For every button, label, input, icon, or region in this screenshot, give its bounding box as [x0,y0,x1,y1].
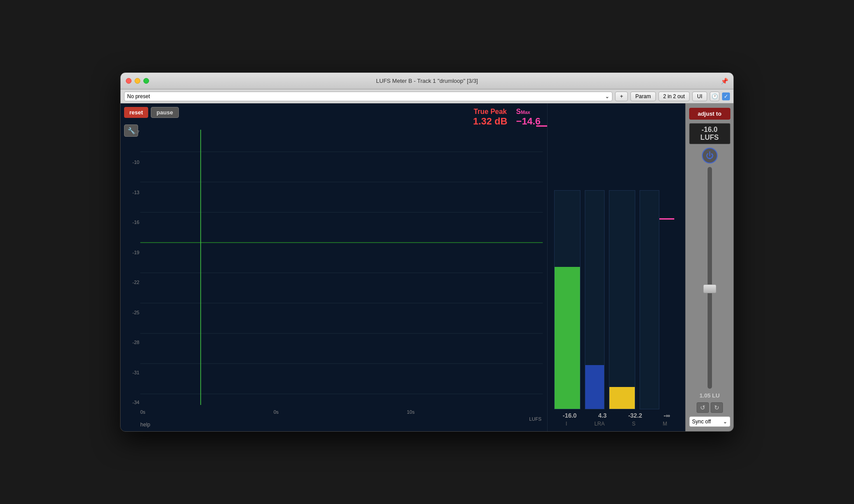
undo-button[interactable]: ↺ [697,402,709,413]
pin-icon[interactable]: 📌 [721,78,728,85]
y-label-16: -16 [122,220,139,225]
ui-button[interactable]: UI [692,92,707,101]
title-bar: LUFS Meter B - Track 1 "drumloop" [3/3] … [121,73,733,89]
plugin-window: LUFS Meter B - Track 1 "drumloop" [3/3] … [120,72,734,432]
i-value: -16.0 [563,412,577,419]
enable-checkbox[interactable]: ✓ [722,92,730,100]
lufs-target-display: -16.0 LUFS [689,123,730,144]
reset-button[interactable]: reset [124,107,148,118]
s-label: S [632,421,635,427]
help-text[interactable]: help [140,422,150,428]
adjust-to-button[interactable]: adjust to [689,108,730,120]
true-peak-label: True Peak [473,108,507,116]
power-icon: ⏻ [706,151,714,160]
y-label-10: -10 [122,160,139,165]
traffic-lights [126,78,149,84]
io-button[interactable]: 2 in 2 out [658,92,690,101]
i-meter-fill [555,267,580,409]
meter-labels: I LRA S M [548,421,685,427]
lra-meter-bar [585,190,605,409]
x-label-0s-mid: 0s [274,409,279,415]
graph-grid [140,130,543,405]
meter-bars-area [548,103,685,431]
s-meter-bar [609,190,635,409]
smax-label: S [516,108,521,116]
y-label-28: -28 [122,340,139,345]
m-value: -∞ [664,412,670,419]
s-meter-col [609,190,635,409]
window-title: LUFS Meter B - Track 1 "drumloop" [3/3] [376,78,478,84]
i-label: I [566,421,567,427]
param-button[interactable]: Param [630,92,655,101]
gain-slider-thumb[interactable] [703,284,716,293]
add-button[interactable]: + [615,92,628,101]
minimize-button[interactable] [135,78,140,84]
lra-meter-fill [585,365,604,409]
chevron-icon: ⌄ [605,93,609,99]
y-label-25: -25 [122,310,139,315]
y-label-34: -34 [122,400,139,405]
x-label-0s-left: 0s [140,409,146,415]
right-panel: adjust to -16.0 LUFS ⏻ 1.05 LU ↺ ↻ Sy [685,103,733,431]
m-label: M [663,421,667,427]
i-meter-col [554,190,580,409]
x-label-10s: 10s [407,409,415,415]
y-label-13: -13 [122,190,139,195]
m-meter-col [640,190,659,409]
slider-track [708,167,712,389]
controls-top: reset pause [124,107,179,118]
main-content: reset pause 🔧 True Peak 1.32 dB S Max −1… [121,103,733,431]
true-peak-value: 1.32 dB [473,116,507,127]
gain-slider-area [689,167,730,389]
peak-display: True Peak 1.32 dB S Max −14.6 [473,108,541,127]
close-button[interactable] [126,78,132,84]
sync-dropdown[interactable]: Sync off ⌄ [689,416,730,427]
s-value: -32.2 [628,412,642,419]
smax-sub: Max [521,110,530,115]
y-label-19: -19 [122,250,139,255]
i-meter-bar [554,190,580,409]
clock-icon[interactable]: 🕐 [710,92,719,101]
x-axis-labels: 0s 0s 10s [140,409,543,415]
sync-chevron-icon: ⌄ [723,419,727,425]
lu-value: 1.05 LU [699,392,719,399]
maximize-button[interactable] [143,78,149,84]
lra-meter-col [585,190,605,409]
y-label-31: -31 [122,370,139,375]
s-meter-fill [609,387,635,409]
sync-label: Sync off [692,419,711,425]
lufs-axis-label: LUFS [529,416,541,422]
preset-dropdown[interactable]: No preset ⌄ [124,92,612,101]
y-label-22: -22 [122,280,139,285]
undo-icon: ↺ [700,404,705,411]
undo-redo-group: ↺ ↻ [697,402,723,413]
y-axis-labels: -7 -10 -13 -16 -19 -22 -25 -28 -31 -34 [121,130,140,405]
m-meter-bar [640,190,659,409]
toolbar: No preset ⌄ + Param 2 in 2 out UI 🕐 ✓ [121,89,733,103]
lra-label: LRA [594,421,605,427]
meter-section: -16.0 4.3 -32.2 -∞ I LRA S M [547,103,685,431]
preset-value: No preset [127,93,150,99]
y-label-7: -7 [122,130,139,135]
power-button[interactable]: ⏻ [702,148,718,163]
redo-button[interactable]: ↻ [711,402,723,413]
meter-values: -16.0 4.3 -32.2 -∞ [548,412,685,419]
redo-icon: ↻ [714,404,719,411]
pause-button[interactable]: pause [151,107,179,118]
lra-value: 4.3 [598,412,606,419]
plugin-area: reset pause 🔧 True Peak 1.32 dB S Max −1… [121,103,685,431]
